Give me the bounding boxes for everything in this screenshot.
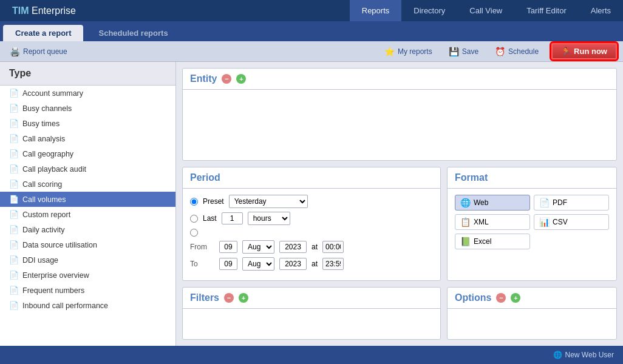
report-item-data-source-utilisation[interactable]: 📄Data source utilisation bbox=[0, 237, 175, 252]
pdf-icon: 📄 bbox=[539, 198, 550, 207]
doc-icon: 📄 bbox=[9, 89, 19, 98]
report-item-label: Data source utilisation bbox=[22, 241, 97, 249]
report-item-busy-channels[interactable]: 📄Busy channels bbox=[0, 101, 175, 116]
options-section: Options − + bbox=[447, 287, 617, 340]
format-option-csv[interactable]: 📊CSV bbox=[534, 214, 609, 230]
format-option-web[interactable]: 🌐Web bbox=[455, 195, 530, 211]
from-month-select[interactable]: JanFebMarAprMayJunJulAugSepOctNovDec bbox=[242, 240, 274, 254]
schedule-icon: ⏰ bbox=[495, 47, 505, 56]
options-plus-button[interactable]: + bbox=[511, 293, 520, 303]
globe-icon: 🌐 bbox=[553, 351, 562, 359]
report-item-custom-report[interactable]: 📄Custom report bbox=[0, 207, 175, 222]
options-minus-button[interactable]: − bbox=[496, 293, 506, 303]
period-last-radio[interactable] bbox=[190, 215, 198, 223]
report-item-daily-activity[interactable]: 📄Daily activity bbox=[0, 222, 175, 237]
report-item-call-geography[interactable]: 📄Call geography bbox=[0, 146, 175, 161]
period-from-row: From JanFebMarAprMayJunJulAugSepOctNovDe… bbox=[190, 240, 433, 254]
save-button[interactable]: 💾 Save bbox=[445, 45, 482, 58]
report-item-label: Call playback audit bbox=[22, 165, 86, 174]
report-item-call-scoring[interactable]: 📄Call scoring bbox=[0, 177, 175, 192]
period-body: Preset YesterdayTodayThis weekLast weekT… bbox=[183, 189, 440, 280]
format-grid: 🌐Web📄PDF📋XML📊CSV📗Excel bbox=[455, 195, 609, 249]
report-item-account-summary[interactable]: 📄Account summary bbox=[0, 86, 175, 101]
preset-select[interactable]: YesterdayTodayThis weekLast weekThis mon… bbox=[229, 195, 308, 208]
nav-item-directory[interactable]: Directory bbox=[401, 0, 457, 21]
status-bar: 🌐 New Web User bbox=[0, 346, 623, 364]
doc-icon: 📄 bbox=[9, 195, 19, 204]
left-panel: Type 📄Account summary📄Busy channels📄Busy… bbox=[0, 62, 176, 346]
report-item-label: Call scoring bbox=[22, 180, 62, 189]
tab-create-report[interactable]: Create a report bbox=[3, 25, 83, 41]
report-item-label: Frequent numbers bbox=[22, 286, 84, 295]
my-reports-button[interactable]: ⭐ My reports bbox=[381, 45, 436, 58]
top-nav: TIM Enterprise Reports Directory Call Vi… bbox=[0, 0, 623, 21]
from-year-input[interactable] bbox=[279, 241, 307, 253]
report-item-busy-times[interactable]: 📄Busy times bbox=[0, 116, 175, 131]
run-now-button[interactable]: 🏃 Run now bbox=[551, 43, 617, 59]
last-value-input[interactable] bbox=[222, 212, 243, 224]
filters-plus-button[interactable]: + bbox=[239, 293, 248, 303]
report-item-inbound-call-performance[interactable]: 📄Inbound call performance bbox=[0, 298, 175, 313]
filters-minus-button[interactable]: − bbox=[224, 293, 234, 303]
run-now-icon: 🏃 bbox=[561, 47, 571, 56]
app-title: TIM bbox=[12, 5, 29, 16]
to-year-input[interactable] bbox=[279, 258, 307, 270]
report-item-call-volumes[interactable]: 📄Call volumes bbox=[0, 192, 175, 207]
report-item-label: Call analysis bbox=[22, 135, 65, 143]
format-title: Format bbox=[455, 172, 488, 183]
options-header: Options − + bbox=[448, 288, 616, 309]
tab-scheduled-reports[interactable]: Scheduled reports bbox=[86, 25, 180, 41]
doc-icon: 📄 bbox=[9, 164, 19, 174]
doc-icon: 📄 bbox=[9, 104, 19, 113]
period-range-radio[interactable] bbox=[190, 229, 198, 237]
report-item-enterprise-overview[interactable]: 📄Enterprise overview bbox=[0, 268, 175, 283]
nav-item-reports[interactable]: Reports bbox=[350, 0, 402, 21]
report-item-ddi-usage[interactable]: 📄DDI usage bbox=[0, 252, 175, 268]
report-item-frequent-numbers[interactable]: 📄Frequent numbers bbox=[0, 283, 175, 298]
doc-icon: 📄 bbox=[9, 119, 19, 128]
format-option-pdf[interactable]: 📄PDF bbox=[534, 195, 609, 211]
entity-plus-button[interactable]: + bbox=[236, 74, 246, 84]
nav-item-alerts[interactable]: Alerts bbox=[579, 0, 623, 21]
period-preset-row: Preset YesterdayTodayThis weekLast weekT… bbox=[190, 195, 433, 208]
format-option-excel[interactable]: 📗Excel bbox=[455, 234, 530, 249]
format-label: PDF bbox=[553, 198, 567, 207]
web-icon: 🌐 bbox=[460, 198, 471, 207]
period-range-row bbox=[190, 229, 433, 237]
period-preset-radio[interactable] bbox=[190, 198, 198, 206]
nav-item-callview[interactable]: Call View bbox=[457, 0, 514, 21]
from-at-label: at bbox=[312, 243, 318, 251]
to-month-select[interactable]: JanFebMarAprMayJunJulAugSepOctNovDec bbox=[242, 257, 274, 271]
filters-title: Filters bbox=[190, 292, 219, 303]
format-option-xml[interactable]: 📋XML bbox=[455, 214, 530, 230]
doc-icon: 📄 bbox=[9, 134, 19, 143]
report-item-call-playback-audit[interactable]: 📄Call playback audit bbox=[0, 161, 175, 177]
report-item-call-analysis[interactable]: 📄Call analysis bbox=[0, 131, 175, 146]
doc-icon: 📄 bbox=[9, 180, 19, 189]
run-now-label: Run now bbox=[574, 47, 607, 56]
report-item-label: Account summary bbox=[22, 89, 83, 98]
to-day-input[interactable] bbox=[219, 258, 237, 270]
report-item-label: Busy times bbox=[22, 120, 60, 128]
options-title: Options bbox=[455, 292, 491, 303]
format-label: CSV bbox=[553, 218, 568, 226]
doc-icon: 📄 bbox=[9, 255, 19, 265]
last-unit-select[interactable]: hoursdaysweeksmonths bbox=[248, 212, 290, 225]
report-queue-button[interactable]: 🖨️ Report queue bbox=[6, 45, 71, 58]
preset-label: Preset bbox=[203, 197, 224, 206]
new-web-user-button[interactable]: 🌐 New Web User bbox=[553, 351, 614, 359]
entity-minus-button[interactable]: − bbox=[222, 74, 231, 84]
nav-item-tariff[interactable]: Tariff Editor bbox=[514, 0, 579, 21]
doc-icon: 📄 bbox=[9, 271, 19, 280]
report-item-label: Custom report bbox=[22, 211, 70, 219]
format-section: Format 🌐Web📄PDF📋XML📊CSV📗Excel bbox=[447, 167, 617, 281]
toolbar: 🖨️ Report queue ⭐ My reports 💾 Save ⏰ Sc… bbox=[0, 41, 623, 62]
report-item-label: Call volumes bbox=[22, 195, 66, 204]
report-item-label: DDI usage bbox=[22, 256, 58, 265]
from-time-input[interactable] bbox=[322, 241, 344, 253]
to-time-input[interactable] bbox=[322, 258, 344, 270]
main-content: Type 📄Account summary📄Busy channels📄Busy… bbox=[0, 62, 623, 346]
from-day-input[interactable] bbox=[219, 241, 237, 253]
report-item-label: Daily activity bbox=[22, 226, 64, 234]
schedule-button[interactable]: ⏰ Schedule bbox=[491, 45, 542, 58]
